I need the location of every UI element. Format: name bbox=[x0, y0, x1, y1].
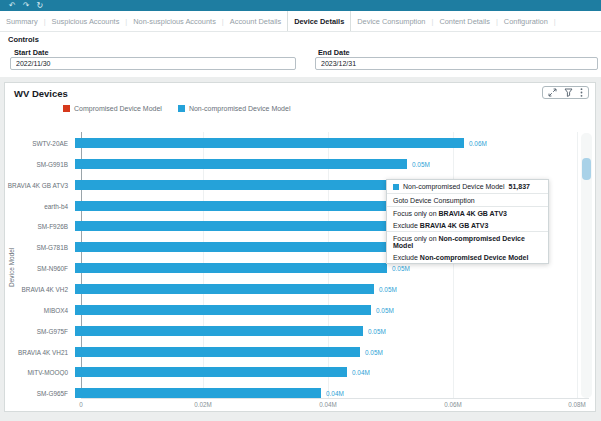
tab-content-details[interactable]: Content Details bbox=[433, 11, 496, 31]
maximize-icon[interactable] bbox=[548, 88, 557, 97]
bar[interactable] bbox=[75, 180, 396, 190]
category-label: SM-F926B bbox=[5, 223, 75, 230]
category-label: MiTV-MOOQ0 bbox=[5, 369, 75, 376]
bar-row: SM-G965F0.04M bbox=[5, 388, 581, 398]
bar-value-label: 0.05M bbox=[368, 328, 386, 335]
tab-device-consumption[interactable]: Device Consumption bbox=[351, 11, 431, 31]
legend-item-non-compromised[interactable]: Non-compromised Device Model bbox=[178, 105, 291, 112]
category-label: BRAVIA 4K VH21 bbox=[5, 349, 75, 356]
legend-label: Non-compromised Device Model bbox=[189, 105, 291, 112]
chart-title: WV Devices bbox=[14, 88, 68, 99]
bar[interactable] bbox=[75, 221, 389, 231]
controls-section: Controls Start Date End Date bbox=[0, 32, 601, 77]
category-label: MIBOX4 bbox=[5, 307, 75, 314]
x-axis-line bbox=[81, 398, 589, 399]
category-label: SWTV-20AE bbox=[5, 140, 75, 147]
x-tick-label: 0 bbox=[79, 401, 83, 408]
bar-value-label: 0.05M bbox=[392, 265, 410, 272]
bar-row: BRAVIA 4K VH210.05M bbox=[5, 347, 581, 357]
bar-row: SM-G975F0.05M bbox=[5, 326, 581, 336]
bar-row: SWTV-20AE0.06M bbox=[5, 138, 581, 148]
category-label: SM-G781B bbox=[5, 244, 75, 251]
bar-value-label: 0.05M bbox=[379, 286, 397, 293]
legend-swatch-red bbox=[63, 105, 70, 112]
menu-item-exclude-series[interactable]: Exclude Non-compromised Device Model bbox=[387, 251, 548, 263]
category-label: BRAVIA 4K GB ATV3 bbox=[5, 182, 75, 189]
wv-devices-visual-panel: WV Devices Compromised Device Model Non-… bbox=[4, 82, 596, 412]
bar[interactable] bbox=[75, 367, 347, 377]
menu-item-goto-device-consumption[interactable]: Goto Device Consumption bbox=[387, 194, 548, 206]
scrollbar-thumb[interactable] bbox=[582, 158, 591, 180]
bar[interactable] bbox=[75, 201, 392, 211]
category-label: SM-N960F bbox=[5, 265, 75, 272]
menu-icon[interactable] bbox=[580, 88, 583, 97]
bar-value-label: 0.05M bbox=[412, 161, 430, 168]
tab-account-details[interactable]: Account Details bbox=[224, 11, 287, 31]
menu-item-exclude-category[interactable]: Exclude BRAVIA 4K GB ATV3 bbox=[387, 219, 548, 231]
category-label: SM-G965F bbox=[5, 390, 75, 397]
bar[interactable] bbox=[75, 242, 388, 252]
bar[interactable] bbox=[75, 305, 371, 315]
context-series-value: 51,837 bbox=[509, 183, 530, 190]
category-label: earth-b4 bbox=[5, 203, 75, 210]
category-label: BRAVIA 4K VH2 bbox=[5, 286, 75, 293]
tab-suspicious-accounts[interactable]: Suspicious Accounts bbox=[46, 11, 126, 31]
dashboard-topbar: ↶ ↷ ↻ bbox=[0, 0, 601, 11]
bar-value-label: 0.06M bbox=[469, 140, 487, 147]
category-label: SM-G975F bbox=[5, 328, 75, 335]
context-series-label: Non-compromised Device Model bbox=[403, 183, 505, 190]
bar[interactable] bbox=[75, 159, 407, 169]
bar-value-label: 0.05M bbox=[376, 307, 394, 314]
bar-value-label: 0.05M bbox=[365, 349, 383, 356]
undo-icon[interactable]: ↶ bbox=[9, 2, 16, 10]
bar[interactable] bbox=[75, 138, 464, 148]
reset-icon[interactable]: ↻ bbox=[36, 2, 43, 10]
legend-swatch-blue bbox=[178, 105, 185, 112]
bar[interactable] bbox=[75, 326, 363, 336]
bar[interactable] bbox=[75, 263, 387, 273]
bar[interactable] bbox=[75, 388, 321, 398]
context-menu-header: Non-compromised Device Model 51,837 bbox=[387, 180, 548, 193]
tab-non-suspicious-accounts[interactable]: Non-suspicious Accounts bbox=[127, 11, 222, 31]
controls-title: Controls bbox=[8, 35, 39, 44]
filter-icon[interactable] bbox=[564, 88, 573, 97]
bar-value-label: 0.04M bbox=[352, 369, 370, 376]
end-date-label: End Date bbox=[318, 48, 350, 57]
x-tick-label: 0.06M bbox=[444, 401, 462, 408]
start-date-label: Start Date bbox=[14, 48, 48, 57]
x-tick-label: 0.02M bbox=[194, 401, 212, 408]
bar-value-label: 0.04M bbox=[326, 390, 344, 397]
chart-scrollbar[interactable] bbox=[581, 133, 592, 398]
series-swatch-icon bbox=[393, 184, 399, 190]
menu-item-focus-category[interactable]: Focus only on BRAVIA 4K GB ATV3 bbox=[387, 207, 548, 219]
tab-configuration[interactable]: Configuration bbox=[498, 11, 554, 31]
bar-context-menu: Non-compromised Device Model 51,837 Goto… bbox=[386, 179, 549, 264]
category-label: SM-G991B bbox=[5, 161, 75, 168]
start-date-input[interactable] bbox=[10, 57, 296, 70]
bar-row: SM-G991B0.05M bbox=[5, 159, 581, 169]
bar[interactable] bbox=[75, 284, 374, 294]
tab-device-details[interactable]: Device Details bbox=[287, 11, 351, 31]
bar-row: MiTV-MOOQ00.04M bbox=[5, 367, 581, 377]
end-date-input[interactable] bbox=[315, 57, 598, 70]
legend-label: Compromised Device Model bbox=[74, 105, 162, 112]
menu-item-focus-series[interactable]: Focus only on Non-compromised Device Mod… bbox=[387, 232, 548, 251]
chart-legend: Compromised Device Model Non-compromised… bbox=[63, 105, 290, 112]
tab-separator: | bbox=[554, 11, 556, 31]
bar-row: BRAVIA 4K VH20.05M bbox=[5, 284, 581, 294]
bar-row: SM-N960F0.05M bbox=[5, 263, 581, 273]
sheet-tab-bar: Summary | Suspicious Accounts | Non-susp… bbox=[0, 11, 601, 32]
redo-icon[interactable]: ↷ bbox=[23, 2, 30, 10]
x-tick-label: 0.04M bbox=[319, 401, 337, 408]
visual-toolbar bbox=[542, 86, 589, 99]
x-tick-label: 0.08M bbox=[568, 401, 586, 408]
legend-item-compromised[interactable]: Compromised Device Model bbox=[63, 105, 162, 112]
bar-row: MIBOX40.05M bbox=[5, 305, 581, 315]
tab-summary[interactable]: Summary bbox=[0, 11, 44, 31]
bar[interactable] bbox=[75, 347, 360, 357]
